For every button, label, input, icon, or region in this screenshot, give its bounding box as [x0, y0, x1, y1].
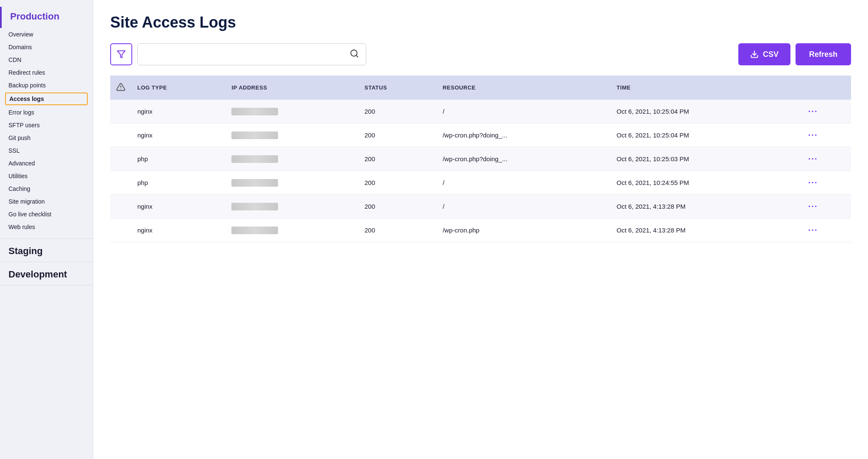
sidebar-development-title[interactable]: Development — [0, 261, 75, 285]
row-resource: /wp-cron.php?doing_... — [437, 123, 610, 147]
row-status: 200 — [359, 147, 437, 171]
sidebar-item-access-logs[interactable]: Access logs — [5, 92, 88, 105]
main-content: Site Access Logs CSV Refresh — [93, 0, 868, 459]
row-status: 200 — [359, 218, 437, 242]
row-status: 200 — [359, 100, 437, 123]
row-ip-address — [225, 195, 359, 218]
sidebar-item-advanced[interactable]: Advanced — [0, 157, 93, 170]
table-row: nginx 200 /wp-cron.php?doing_... Oct 6, … — [110, 123, 851, 147]
csv-button[interactable]: CSV — [738, 43, 790, 65]
sidebar: Production Overview Domains CDN Redirect… — [0, 0, 93, 459]
download-icon — [750, 50, 759, 59]
row-log-type: php — [131, 147, 225, 171]
sidebar-production-title[interactable]: Production — [0, 7, 93, 28]
row-log-type: php — [131, 171, 225, 195]
sidebar-item-error-logs[interactable]: Error logs — [0, 106, 93, 119]
row-actions[interactable]: ··· — [802, 100, 851, 123]
col-resource: RESOURCE — [437, 76, 610, 100]
csv-label: CSV — [763, 50, 779, 59]
row-actions[interactable]: ··· — [802, 171, 851, 195]
row-warning — [110, 195, 131, 218]
row-ip-address — [225, 100, 359, 123]
table-row: nginx 200 / Oct 6, 2021, 4:13:28 PM ··· — [110, 195, 851, 218]
col-log-type: LOG TYPE — [131, 76, 225, 100]
row-resource: /wp-cron.php?doing_... — [437, 147, 610, 171]
ip-blurred — [231, 227, 278, 234]
row-log-type: nginx — [131, 100, 225, 123]
row-warning — [110, 147, 131, 171]
col-ip-address: IP ADDRESS — [225, 76, 359, 100]
sidebar-item-backup-points[interactable]: Backup points — [0, 79, 93, 92]
row-warning — [110, 123, 131, 147]
sidebar-nav: Overview Domains CDN Redirect rules Back… — [0, 28, 93, 233]
col-actions — [802, 76, 851, 100]
ip-blurred — [231, 179, 278, 187]
sidebar-item-domains[interactable]: Domains — [0, 41, 93, 53]
col-time: TIME — [611, 76, 802, 100]
svg-line-2 — [356, 55, 358, 57]
sidebar-item-sftp-users[interactable]: SFTP users — [0, 119, 93, 132]
row-more-button[interactable]: ··· — [808, 178, 818, 188]
sidebar-item-overview[interactable]: Overview — [0, 28, 93, 41]
search-box — [137, 43, 366, 65]
table-body: nginx 200 / Oct 6, 2021, 10:25:04 PM ···… — [110, 100, 851, 242]
row-time: Oct 6, 2021, 4:13:28 PM — [611, 195, 802, 218]
row-actions[interactable]: ··· — [802, 195, 851, 218]
row-warning — [110, 171, 131, 195]
row-time: Oct 6, 2021, 4:13:28 PM — [611, 218, 802, 242]
row-more-button[interactable]: ··· — [808, 154, 818, 164]
search-input[interactable] — [145, 50, 350, 58]
sidebar-item-go-live-checklist[interactable]: Go live checklist — [0, 208, 93, 221]
log-table: LOG TYPE IP ADDRESS STATUS RESOURCE TIME… — [110, 76, 851, 242]
row-resource: / — [437, 100, 610, 123]
row-log-type: nginx — [131, 218, 225, 242]
sidebar-item-web-rules[interactable]: Web rules — [0, 221, 93, 233]
svg-marker-0 — [117, 51, 125, 58]
row-resource: /wp-cron.php — [437, 218, 610, 242]
sidebar-item-git-push[interactable]: Git push — [0, 132, 93, 144]
row-log-type: nginx — [131, 123, 225, 147]
row-time: Oct 6, 2021, 10:25:03 PM — [611, 147, 802, 171]
row-status: 200 — [359, 123, 437, 147]
ip-blurred — [231, 108, 278, 115]
row-resource: / — [437, 171, 610, 195]
row-warning — [110, 100, 131, 123]
ip-blurred — [231, 203, 278, 210]
filter-button[interactable] — [110, 43, 132, 65]
row-time: Oct 6, 2021, 10:25:04 PM — [611, 100, 802, 123]
toolbar: CSV Refresh — [110, 43, 851, 65]
sidebar-item-site-migration[interactable]: Site migration — [0, 195, 93, 208]
sidebar-staging-title[interactable]: Staging — [0, 238, 51, 261]
sidebar-production-section: Production Overview Domains CDN Redirect… — [0, 0, 93, 239]
ip-blurred — [231, 155, 278, 163]
row-actions[interactable]: ··· — [802, 123, 851, 147]
sidebar-item-cdn[interactable]: CDN — [0, 53, 93, 66]
col-status: STATUS — [359, 76, 437, 100]
table-row: nginx 200 / Oct 6, 2021, 10:25:04 PM ··· — [110, 100, 851, 123]
sidebar-item-ssl[interactable]: SSL — [0, 144, 93, 157]
row-resource: / — [437, 195, 610, 218]
warning-header-icon — [116, 82, 125, 92]
row-actions[interactable]: ··· — [802, 147, 851, 171]
table-header-row: LOG TYPE IP ADDRESS STATUS RESOURCE TIME — [110, 76, 851, 100]
filter-icon — [117, 50, 126, 59]
search-icon — [350, 49, 359, 60]
row-log-type: nginx — [131, 195, 225, 218]
row-more-button[interactable]: ··· — [808, 106, 818, 116]
row-more-button[interactable]: ··· — [808, 225, 818, 235]
page-title: Site Access Logs — [110, 14, 851, 31]
col-warning — [110, 76, 131, 100]
sidebar-item-redirect-rules[interactable]: Redirect rules — [0, 66, 93, 79]
row-warning — [110, 218, 131, 242]
sidebar-item-caching[interactable]: Caching — [0, 182, 93, 195]
row-actions[interactable]: ··· — [802, 218, 851, 242]
refresh-button[interactable]: Refresh — [796, 43, 851, 65]
row-time: Oct 6, 2021, 10:24:55 PM — [611, 171, 802, 195]
sidebar-item-utilities[interactable]: Utilities — [0, 170, 93, 182]
row-more-button[interactable]: ··· — [808, 202, 818, 211]
row-ip-address — [225, 147, 359, 171]
row-more-button[interactable]: ··· — [808, 130, 818, 140]
table-row: php 200 /wp-cron.php?doing_... Oct 6, 20… — [110, 147, 851, 171]
row-ip-address — [225, 123, 359, 147]
table-row: php 200 / Oct 6, 2021, 10:24:55 PM ··· — [110, 171, 851, 195]
